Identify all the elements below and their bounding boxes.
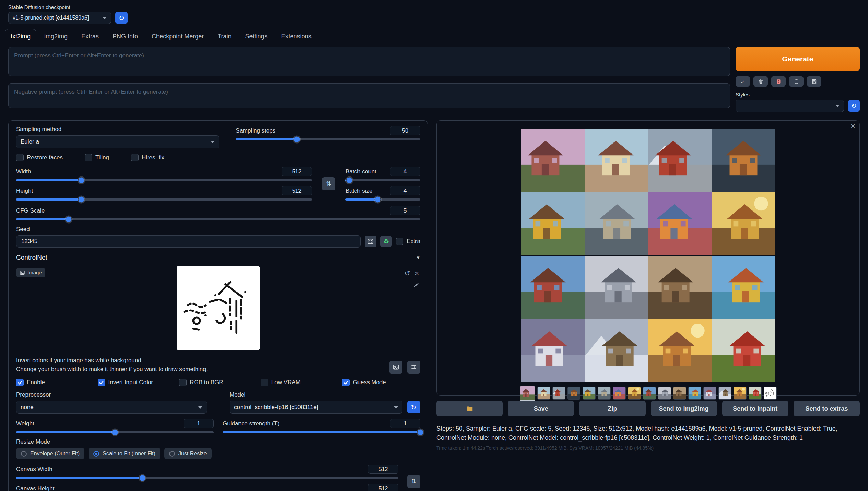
gallery-image-7[interactable]	[648, 192, 712, 255]
slider-thumb[interactable]	[112, 429, 118, 436]
styles-select[interactable]	[736, 100, 844, 112]
slider-thumb[interactable]	[78, 177, 84, 184]
gallery-thumbnail-5[interactable]	[583, 387, 596, 400]
resize-mode-scale-to-fit-inner-fit-radio[interactable]: Scale to Fit (Inner Fit)	[89, 448, 160, 459]
batch-count-slider[interactable]	[345, 179, 420, 181]
gallery-image-16[interactable]	[712, 319, 775, 382]
tab-png-info[interactable]: PNG Info	[107, 29, 144, 44]
toggle-hires-fix-checkbox[interactable]: Hires. fix	[131, 154, 164, 161]
gallery-thumbnail-8[interactable]	[628, 387, 641, 400]
slider-thumb[interactable]	[346, 177, 352, 184]
send-to-inpaint-button[interactable]: Send to inpaint	[722, 401, 788, 416]
brush-icon[interactable]	[413, 282, 419, 290]
sampling-method-select[interactable]: Euler a	[16, 135, 219, 148]
gallery-image-12[interactable]	[712, 256, 775, 319]
gallery-thumbnail-13[interactable]	[703, 387, 716, 400]
guidance-strength-input[interactable]	[390, 419, 420, 428]
save-button[interactable]: Save	[508, 401, 574, 416]
open-new-canvas-button[interactable]	[389, 361, 402, 374]
controlnet-rgb-to-bgr-checkbox[interactable]: RGB to BGR	[179, 379, 257, 386]
tab-txt2img[interactable]: txt2img	[5, 29, 36, 44]
gallery-image-2[interactable]	[585, 129, 648, 192]
close-gallery-button[interactable]: ×	[851, 122, 855, 130]
gallery-image-5[interactable]	[521, 192, 585, 255]
swap-width-height-button[interactable]: ⇅	[322, 177, 335, 190]
gallery-thumbnail-10[interactable]	[658, 387, 671, 400]
apply-styles-button[interactable]	[789, 76, 804, 87]
sampling-steps-input[interactable]	[390, 126, 420, 135]
seed-input[interactable]	[16, 235, 361, 248]
width-input[interactable]	[282, 167, 312, 176]
controlnet-weight-input[interactable]	[184, 419, 214, 428]
canvas-width-input[interactable]	[368, 465, 398, 474]
tab-settings[interactable]: Settings	[239, 29, 273, 44]
gallery-thumbnail-3[interactable]	[552, 387, 565, 400]
gallery-thumbnail-7[interactable]	[613, 387, 626, 400]
toggle-tiling-checkbox[interactable]: Tiling	[85, 154, 109, 161]
controlnet-invert-input-color-checkbox[interactable]: Invert Input Color	[98, 379, 176, 386]
resize-mode-envelope-outer-fit-radio[interactable]: Envelope (Outer Fit)	[16, 448, 84, 459]
slider-thumb[interactable]	[417, 429, 424, 436]
gallery-image-1[interactable]	[521, 129, 585, 192]
tab-img2img[interactable]: img2img	[38, 29, 73, 44]
refresh-checkpoint-button[interactable]: ↻	[115, 12, 128, 24]
reuse-seed-button[interactable]: ♻	[380, 236, 392, 247]
gallery-image-10[interactable]	[585, 256, 648, 319]
gallery-image-13[interactable]	[521, 319, 585, 382]
gallery-thumbnail-15[interactable]	[734, 387, 747, 400]
swap-canvas-dimensions-button[interactable]: ⇅	[407, 475, 420, 488]
slider-thumb[interactable]	[293, 136, 300, 143]
paste-params-button[interactable]: ↙	[736, 76, 750, 87]
gallery-thumbnail-1[interactable]	[520, 386, 535, 401]
gallery-thumbnail-16[interactable]	[749, 387, 762, 400]
gallery-thumbnail-17[interactable]	[764, 387, 777, 400]
gallery-thumbnail-11[interactable]	[673, 387, 686, 400]
gallery-thumbnail-6[interactable]	[598, 387, 611, 400]
refresh-models-button[interactable]: ↻	[407, 401, 420, 413]
zip-button[interactable]: Zip	[579, 401, 645, 416]
tab-extensions[interactable]: Extensions	[275, 29, 317, 44]
tab-train[interactable]: Train	[212, 29, 237, 44]
prompt-input[interactable]	[8, 47, 730, 76]
save-style-button[interactable]	[807, 76, 821, 87]
batch-size-slider[interactable]	[345, 198, 420, 201]
cfg-scale-slider[interactable]	[16, 218, 420, 220]
canvas-settings-button[interactable]	[407, 361, 420, 374]
negative-prompt-input[interactable]	[8, 83, 730, 108]
gallery-thumbnail-14[interactable]	[718, 387, 731, 400]
cfg-scale-input[interactable]	[390, 206, 420, 215]
controlnet-accordion-header[interactable]: ControlNet ▼	[16, 254, 420, 261]
gallery-image-9[interactable]	[521, 256, 585, 319]
width-slider[interactable]	[16, 179, 312, 181]
gallery-thumbnail-9[interactable]	[643, 387, 656, 400]
slider-thumb[interactable]	[139, 475, 145, 481]
gallery-image-11[interactable]	[648, 256, 712, 319]
refresh-styles-button[interactable]: ↻	[848, 100, 860, 112]
batch-count-input[interactable]	[390, 167, 420, 176]
scribble-canvas[interactable]: Start drawing	[177, 266, 260, 350]
undo-icon[interactable]: ↺	[404, 270, 410, 277]
send-to-img2img-button[interactable]: Send to img2img	[651, 401, 717, 416]
resize-mode-just-resize-radio[interactable]: Just Resize	[164, 448, 212, 459]
gallery-image-3[interactable]	[648, 129, 712, 192]
height-slider[interactable]	[16, 198, 312, 201]
gallery-thumbnail-4[interactable]	[567, 387, 580, 400]
controlnet-enable-checkbox[interactable]: Enable	[16, 379, 94, 386]
slider-thumb[interactable]	[78, 196, 84, 203]
open-images-folder-button[interactable]	[436, 401, 503, 416]
gallery-image-15[interactable]	[648, 319, 712, 382]
tab-checkpoint-merger[interactable]: Checkpoint Merger	[146, 29, 210, 44]
extra-seed-checkbox[interactable]: Extra	[396, 238, 420, 245]
canvas-height-input[interactable]	[368, 484, 398, 491]
gallery-thumbnail-12[interactable]	[688, 387, 701, 400]
checkpoint-select[interactable]: v1-5-pruned.ckpt [e1441589a6]	[8, 12, 111, 24]
clear-prompt-button[interactable]	[753, 76, 768, 87]
tab-extras[interactable]: Extras	[75, 29, 105, 44]
canvas-width-slider[interactable]	[16, 477, 398, 479]
controlnet-weight-slider[interactable]	[16, 431, 214, 433]
clear-canvas-icon[interactable]: ×	[415, 270, 419, 277]
toggle-restore-faces-checkbox[interactable]: Restore faces	[16, 154, 63, 161]
tab-image-source[interactable]: Image	[16, 268, 45, 277]
gallery-image-6[interactable]	[585, 192, 648, 255]
gallery-image-14[interactable]	[585, 319, 648, 382]
